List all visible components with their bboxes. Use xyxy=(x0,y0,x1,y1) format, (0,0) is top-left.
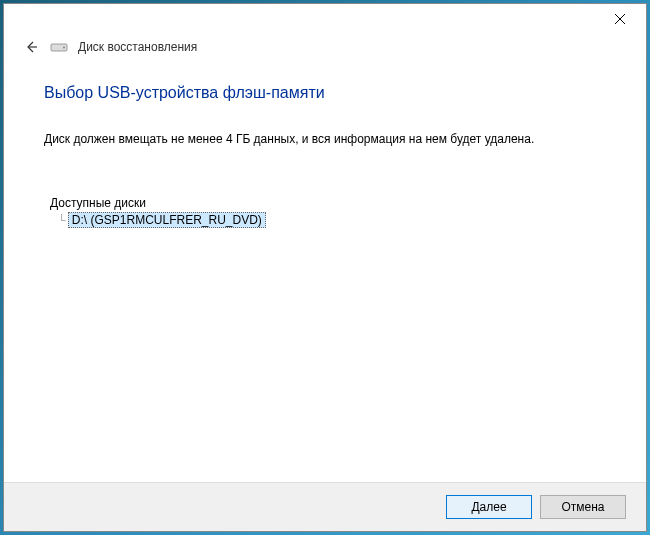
content-area: Выбор USB-устройства флэш-памяти Диск до… xyxy=(4,64,646,482)
footer-buttons: Далее Отмена xyxy=(4,482,646,531)
svg-point-4 xyxy=(63,47,65,49)
next-button[interactable]: Далее xyxy=(446,495,532,519)
titlebar xyxy=(4,4,646,34)
cancel-button[interactable]: Отмена xyxy=(540,495,626,519)
page-heading: Выбор USB-устройства флэш-памяти xyxy=(44,84,606,102)
drives-section-label: Доступные диски xyxy=(50,196,606,210)
drive-icon xyxy=(50,41,68,53)
close-button[interactable] xyxy=(597,5,642,33)
window-title: Диск восстановления xyxy=(78,40,197,54)
drive-list-item: └ D:\ (GSP1RMCULFRER_RU_DVD) xyxy=(58,212,606,228)
recovery-drive-wizard-window: Диск восстановления Выбор USB-устройства… xyxy=(3,3,647,532)
tree-connector-icon: └ xyxy=(58,214,66,226)
drive-option[interactable]: D:\ (GSP1RMCULFRER_RU_DVD) xyxy=(68,212,266,228)
header-row: Диск восстановления xyxy=(4,34,646,64)
description-text: Диск должен вмещать не менее 4 ГБ данных… xyxy=(44,132,606,146)
back-button[interactable] xyxy=(22,38,40,56)
drive-list: └ D:\ (GSP1RMCULFRER_RU_DVD) xyxy=(50,212,606,228)
